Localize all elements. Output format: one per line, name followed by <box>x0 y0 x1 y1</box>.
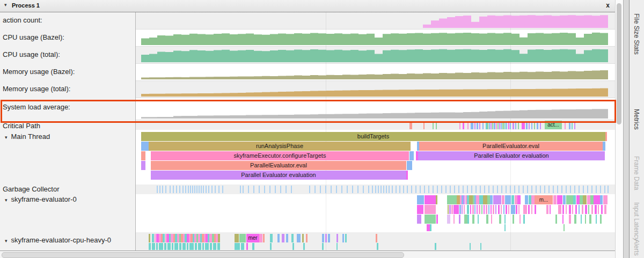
cpu-heavy-slice[interactable] <box>187 243 188 250</box>
gc-tick[interactable] <box>341 186 342 193</box>
cpu-heavy-slice[interactable] <box>156 243 158 250</box>
evaluator0-slice[interactable] <box>425 215 436 224</box>
cpu-heavy-slice[interactable] <box>286 234 288 242</box>
evaluator0-slice[interactable] <box>550 205 551 214</box>
evaluator0-slice[interactable] <box>595 205 597 214</box>
evaluator0-slice[interactable] <box>479 195 483 204</box>
evaluator0-slice[interactable] <box>600 195 603 204</box>
evaluator0-slice[interactable] <box>517 195 521 204</box>
tab-metrics[interactable]: Metrics <box>633 109 640 130</box>
gc-tick[interactable] <box>173 186 174 193</box>
gc-tick[interactable] <box>357 186 358 193</box>
evaluator0-slice[interactable] <box>588 205 589 214</box>
evaluator0-slice[interactable] <box>506 205 507 214</box>
gc-tick[interactable] <box>514 186 515 193</box>
evaluator0-slice[interactable] <box>513 215 514 224</box>
gc-tick[interactable] <box>264 186 265 193</box>
gc-tick[interactable] <box>480 186 481 193</box>
cpu-heavy-slice[interactable] <box>152 234 154 242</box>
cpu-heavy-slice[interactable] <box>152 243 155 250</box>
evaluator0-slice[interactable] <box>581 215 582 224</box>
gc-tick[interactable] <box>475 186 477 193</box>
gc-tick[interactable] <box>566 186 567 193</box>
evaluator0-slice[interactable] <box>491 205 492 214</box>
cpu-heavy-slice[interactable] <box>297 234 301 242</box>
evaluator0-slice[interactable] <box>493 195 501 204</box>
gc-tick[interactable] <box>527 186 528 193</box>
gc-tick[interactable] <box>583 186 584 193</box>
evaluator0-slice[interactable] <box>459 205 461 214</box>
counter-area-3[interactable] <box>141 70 608 79</box>
gc-tick[interactable] <box>291 186 292 193</box>
gc-tick[interactable] <box>320 186 321 193</box>
gc-tick[interactable] <box>424 186 425 193</box>
cpu-heavy-slice[interactable] <box>376 234 377 242</box>
cpu-heavy-slice[interactable] <box>198 243 201 250</box>
cpu-heavy-slice[interactable] <box>252 243 254 250</box>
evaluator0-slice[interactable] <box>467 205 469 214</box>
cpu-heavy-slice[interactable] <box>336 243 338 250</box>
evaluator0-slice[interactable] <box>601 205 603 214</box>
gc-tick[interactable] <box>544 186 545 193</box>
evaluator0-slice[interactable] <box>425 195 436 204</box>
evaluator0-slice[interactable] <box>472 215 474 224</box>
gc-tick[interactable] <box>463 186 464 193</box>
flame-slice[interactable] <box>603 142 605 151</box>
evaluator0-slice[interactable] <box>495 205 496 214</box>
tab-file-size-stats[interactable]: File Size Stats <box>633 13 640 55</box>
gc-tick[interactable] <box>484 186 485 193</box>
gc-tick[interactable] <box>433 186 434 193</box>
evaluator0-slice[interactable] <box>503 205 504 214</box>
cpu-heavy-slice[interactable]: mer <box>246 234 259 242</box>
gc-tick[interactable] <box>331 186 332 193</box>
gc-tick[interactable] <box>403 186 404 193</box>
evaluator0-slice[interactable] <box>490 195 493 204</box>
evaluator0-slice[interactable] <box>481 205 482 214</box>
evaluator0-slice[interactable] <box>558 205 561 214</box>
horizontal-scrollbar-thumb[interactable] <box>2 252 404 258</box>
gc-tick[interactable] <box>604 186 605 193</box>
evaluator0-slice[interactable] <box>447 195 457 204</box>
horizontal-scrollbar[interactable] <box>0 250 615 258</box>
evaluator0-slice[interactable] <box>477 205 478 214</box>
gc-tick[interactable] <box>574 186 575 193</box>
evaluator0-slice[interactable] <box>546 205 548 214</box>
flame-slice[interactable] <box>605 132 607 141</box>
gc-tick[interactable] <box>170 186 171 193</box>
gc-tick[interactable] <box>275 186 276 193</box>
cpu-heavy-slice[interactable] <box>302 234 304 242</box>
counter-area-2[interactable] <box>141 49 608 62</box>
evaluator0-slice[interactable] <box>555 215 557 224</box>
gc-tick[interactable] <box>399 186 400 193</box>
gc-tick[interactable] <box>441 186 442 193</box>
evaluator0-slice[interactable] <box>449 205 451 214</box>
cpu-heavy-slice[interactable] <box>235 243 240 250</box>
gc-tick[interactable] <box>420 186 421 193</box>
evaluator0-slice[interactable] <box>488 205 489 214</box>
cpu-heavy-slice[interactable] <box>259 234 262 242</box>
gc-tick[interactable] <box>309 186 310 193</box>
cpu-heavy-slice[interactable] <box>164 243 166 250</box>
gc-tick[interactable] <box>375 186 376 193</box>
panel-splitter[interactable] <box>623 0 630 258</box>
evaluator0-slice[interactable] <box>486 215 488 224</box>
gc-tick[interactable] <box>157 186 158 193</box>
gc-tick[interactable] <box>286 186 287 193</box>
gc-tick[interactable] <box>347 186 348 193</box>
gc-tick[interactable] <box>579 186 580 193</box>
gc-tick[interactable] <box>248 186 249 193</box>
cpu-heavy-slice[interactable] <box>306 234 308 242</box>
gc-tick[interactable] <box>536 186 537 193</box>
counter-area-0[interactable] <box>141 15 608 28</box>
gc-tick[interactable] <box>518 186 519 193</box>
tab-frame-data[interactable]: Frame Data <box>633 156 640 190</box>
gc-tick[interactable] <box>325 186 326 193</box>
evaluator0-slice[interactable] <box>572 205 573 214</box>
evaluator0-slice[interactable] <box>453 215 455 224</box>
evaluator0-slice[interactable] <box>504 224 506 231</box>
evaluator0-slice[interactable] <box>417 205 423 214</box>
evaluator0-slice[interactable] <box>583 195 587 204</box>
evaluator0-slice[interactable] <box>479 205 480 214</box>
flame-slice[interactable]: ParallelEvaluator.eval <box>151 161 406 170</box>
gc-tick[interactable] <box>201 186 202 193</box>
